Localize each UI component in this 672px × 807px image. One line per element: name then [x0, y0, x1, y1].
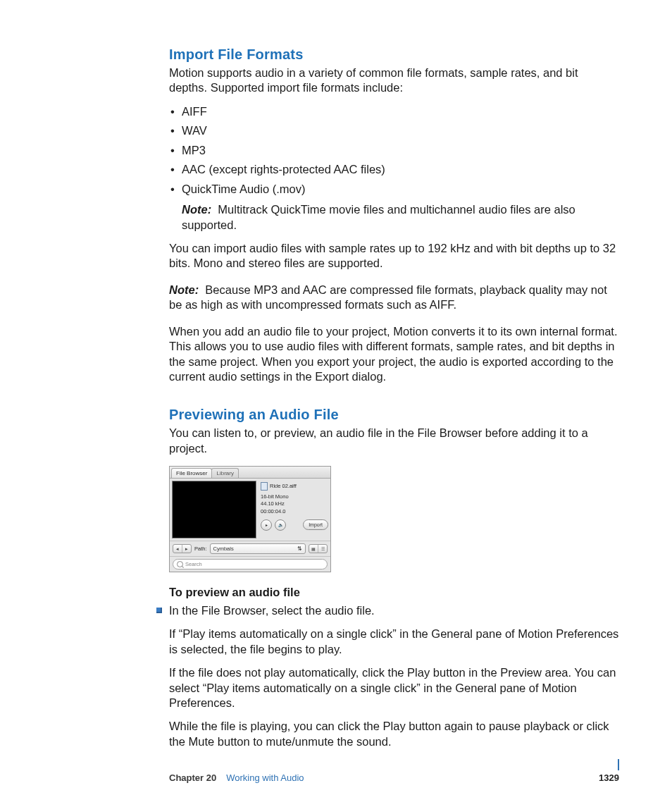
path-label: Path: — [194, 546, 207, 552]
meta-bitdepth: 16-bit Mono — [261, 493, 328, 500]
body-paragraph: If the file does not play automatically,… — [169, 665, 619, 710]
search-placeholder: Search — [185, 561, 202, 567]
view-mode-toggle[interactable]: ▦ ☰ — [309, 544, 328, 553]
note-label: Note: — [182, 203, 211, 216]
bullet-item: MP3 — [169, 143, 619, 158]
meta-duration: 00:00:04.0 — [261, 508, 328, 515]
bullet-item: QuickTime Audio (.mov) — [169, 182, 619, 197]
chapter-label: Chapter 20 — [169, 772, 216, 783]
nav-back-forward[interactable]: ◂ ▸ — [173, 544, 192, 553]
chapter-title: Working with Audio — [226, 772, 304, 783]
step-text: In the File Browser, select the audio fi… — [169, 604, 375, 617]
mute-button[interactable]: 🔈 — [275, 519, 286, 531]
footer-rule — [618, 759, 619, 770]
step-item: In the File Browser, select the audio fi… — [169, 603, 619, 750]
meta-samplerate: 44.10 kHz — [261, 500, 328, 507]
document-page: Import File Formats Motion supports audi… — [0, 0, 672, 807]
path-dropdown[interactable]: Cymbals ⇅ — [210, 543, 306, 554]
search-icon — [177, 561, 183, 567]
play-button[interactable]: ▸ — [261, 519, 272, 531]
import-button[interactable]: Import — [303, 519, 328, 530]
note-paragraph: Note: Multitrack QuickTime movie files a… — [182, 202, 619, 233]
page-number: 1329 — [599, 772, 619, 783]
body-paragraph: When you add an audio file to your proje… — [169, 324, 619, 385]
step-list: In the File Browser, select the audio fi… — [169, 603, 619, 750]
tab-file-browser[interactable]: File Browser — [171, 468, 212, 478]
heading-previewing-audio: Previewing an Audio File — [169, 407, 619, 423]
bullet-item: AAC (except rights-protected AAC files) — [169, 162, 619, 177]
step-bullet-icon — [156, 608, 162, 613]
tab-library[interactable]: Library — [211, 468, 238, 478]
note-label: Note: — [169, 283, 199, 296]
note-text: Multitrack QuickTime movie files and mul… — [182, 203, 575, 230]
bullet-item: WAV — [169, 123, 619, 138]
body-paragraph: While the file is playing, you can click… — [169, 719, 619, 749]
body-paragraph: If “Play items automatically on a single… — [169, 627, 619, 657]
nav-back-icon[interactable]: ◂ — [173, 545, 182, 553]
note-text: Because MP3 and AAC are compressed file … — [169, 283, 607, 311]
file-browser-screenshot: File Browser Library Ride 02.aiff 16-bit… — [169, 466, 331, 572]
task-heading: To preview an audio file — [169, 585, 619, 600]
nav-forward-icon[interactable]: ▸ — [182, 545, 191, 553]
file-metadata: Ride 02.aiff 16-bit Mono 44.10 kHz 00:00… — [261, 481, 328, 538]
heading-import-file-formats: Import File Formats — [169, 47, 619, 63]
list-view-icon[interactable]: ☰ — [318, 545, 327, 553]
search-input[interactable]: Search — [173, 559, 328, 569]
grid-view-icon[interactable]: ▦ — [309, 545, 318, 553]
bullet-item: AIFF — [169, 104, 619, 119]
bullet-list-formats: AIFF WAV MP3 AAC (except rights-protecte… — [169, 104, 619, 197]
body-paragraph: Motion supports audio in a variety of co… — [169, 66, 619, 96]
filename-label: Ride 02.aiff — [270, 483, 297, 490]
tab-bar: File Browser Library — [170, 467, 330, 479]
preview-area — [172, 481, 256, 538]
page-footer: Chapter 20 Working with Audio 1329 — [169, 772, 619, 783]
chevron-updown-icon: ⇅ — [297, 546, 302, 552]
body-paragraph: You can listen to, or preview, an audio … — [169, 426, 619, 456]
path-value: Cymbals — [213, 546, 234, 552]
document-icon — [261, 482, 268, 491]
body-paragraph: You can import audio files with sample r… — [169, 241, 619, 271]
note-paragraph: Note: Because MP3 and AAC are compressed… — [169, 283, 619, 313]
